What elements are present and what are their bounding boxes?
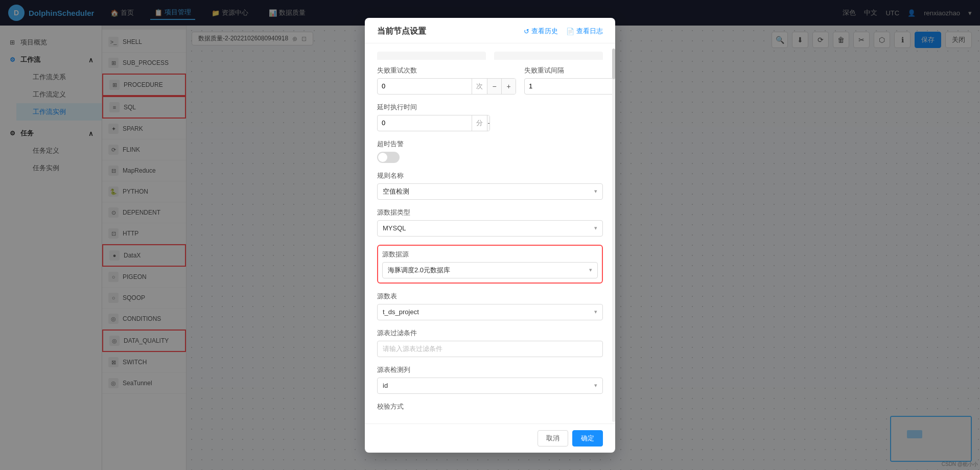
cancel-button[interactable]: 取消 bbox=[538, 430, 568, 447]
history-icon: ↺ bbox=[524, 28, 529, 35]
modal: 当前节点设置 ↺ 查看历史 📄 查看日志 bbox=[365, 18, 615, 453]
delay-exec-input-ctrl[interactable]: 分 − + bbox=[377, 115, 490, 131]
scrolled-top-content bbox=[377, 52, 603, 60]
delay-exec-input[interactable] bbox=[378, 119, 472, 127]
fail-retry-plus[interactable]: + bbox=[501, 79, 516, 94]
source-table-label: 源数表 bbox=[377, 292, 603, 301]
source-filter-placeholder: 请输入源表过滤条件 bbox=[383, 344, 442, 354]
history-link[interactable]: ↺ 查看历史 bbox=[524, 27, 558, 36]
modal-body: 失败重试次数 0 次 − + 失败重试间隔 1 分 − + bbox=[365, 43, 615, 424]
source-datasource-select[interactable]: 海豚调度2.0元数据库 ▾ bbox=[382, 262, 598, 278]
source-data-type-label: 源数据类型 bbox=[377, 208, 603, 217]
modal-scrollbar[interactable] bbox=[612, 49, 615, 422]
source-datasource-value: 海豚调度2.0元数据库 bbox=[388, 266, 450, 275]
source-filter-label: 源表过滤条件 bbox=[377, 328, 603, 338]
source-check-col-label: 源表检测列 bbox=[377, 365, 603, 374]
toggle-knob bbox=[378, 153, 387, 162]
source-datasource-label: 源数据源 bbox=[382, 250, 598, 259]
source-table-select[interactable]: t_ds_project ▾ bbox=[377, 304, 603, 320]
delay-exec-label: 延时执行时间 bbox=[377, 103, 490, 112]
log-icon: 📄 bbox=[566, 28, 574, 35]
source-data-type-chevron: ▾ bbox=[594, 225, 597, 231]
modal-header: 当前节点设置 ↺ 查看历史 📄 查看日志 bbox=[365, 18, 615, 43]
fail-interval-input[interactable]: 1 bbox=[525, 82, 615, 90]
source-datasource-group: 源数据源 海豚调度2.0元数据库 ▾ bbox=[377, 245, 603, 284]
fail-retry-unit: 次 bbox=[472, 79, 487, 94]
timeout-alert-toggle[interactable] bbox=[377, 152, 400, 163]
source-data-type-select[interactable]: MYSQL ▾ bbox=[377, 220, 603, 237]
delay-exec-row: 延时执行时间 分 − + bbox=[377, 103, 603, 131]
modal-header-actions: ↺ 查看历史 📄 查看日志 bbox=[524, 27, 603, 36]
timeout-alert-label: 超时告警 bbox=[377, 139, 603, 149]
modal-overlay: 当前节点设置 ↺ 查看历史 📄 查看日志 bbox=[0, 0, 980, 470]
fail-retry-label: 失败重试次数 bbox=[377, 66, 516, 75]
fail-interval-label: 失败重试间隔 bbox=[524, 66, 615, 75]
rule-name-group: 规则名称 空值检测 ▾ bbox=[377, 171, 603, 200]
source-check-col-group: 源表检测列 id ▾ bbox=[377, 365, 603, 394]
log-link[interactable]: 📄 查看日志 bbox=[566, 27, 603, 36]
modal-scroll-thumb bbox=[612, 49, 615, 79]
source-table-group: 源数表 t_ds_project ▾ bbox=[377, 292, 603, 320]
rule-name-value: 空值检测 bbox=[383, 187, 409, 196]
modal-title: 当前节点设置 bbox=[377, 26, 426, 37]
fail-interval-input-ctrl[interactable]: 1 分 − + bbox=[524, 78, 615, 95]
source-data-type-group: 源数据类型 MYSQL ▾ bbox=[377, 208, 603, 237]
delay-exec-group: 延时执行时间 分 − + bbox=[377, 103, 490, 131]
source-check-col-chevron: ▾ bbox=[594, 382, 597, 389]
source-data-type-value: MYSQL bbox=[383, 224, 406, 232]
fail-retry-row: 失败重试次数 0 次 − + 失败重试间隔 1 分 − + bbox=[377, 66, 603, 95]
modal-footer: 取消 确定 bbox=[365, 424, 615, 453]
source-filter-group: 源表过滤条件 请输入源表过滤条件 bbox=[377, 328, 603, 357]
fail-retry-input-ctrl[interactable]: 0 次 − + bbox=[377, 78, 516, 95]
source-check-col-value: id bbox=[383, 382, 388, 389]
fail-retry-count-group: 失败重试次数 0 次 − + bbox=[377, 66, 516, 95]
confirm-button[interactable]: 确定 bbox=[572, 430, 603, 447]
timeout-alert-group: 超时告警 bbox=[377, 139, 603, 163]
delay-exec-unit: 分 bbox=[472, 115, 487, 131]
rule-name-label: 规则名称 bbox=[377, 171, 603, 180]
fail-retry-input[interactable]: 0 bbox=[378, 82, 472, 90]
rule-name-select[interactable]: 空值检测 ▾ bbox=[377, 183, 603, 200]
rule-name-chevron: ▾ bbox=[594, 188, 597, 195]
source-table-value: t_ds_project bbox=[383, 308, 419, 316]
source-datasource-chevron: ▾ bbox=[589, 267, 592, 273]
fail-retry-minus[interactable]: − bbox=[487, 79, 501, 94]
source-table-chevron: ▾ bbox=[594, 309, 597, 315]
source-filter-input[interactable]: 请输入源表过滤条件 bbox=[377, 341, 603, 357]
source-check-col-select[interactable]: id ▾ bbox=[377, 378, 603, 394]
fail-interval-group: 失败重试间隔 1 分 − + bbox=[524, 66, 615, 95]
verify-method-label: 校验方式 bbox=[377, 402, 603, 411]
delay-exec-minus[interactable]: − bbox=[487, 115, 490, 131]
verify-method-group: 校验方式 bbox=[377, 402, 603, 411]
